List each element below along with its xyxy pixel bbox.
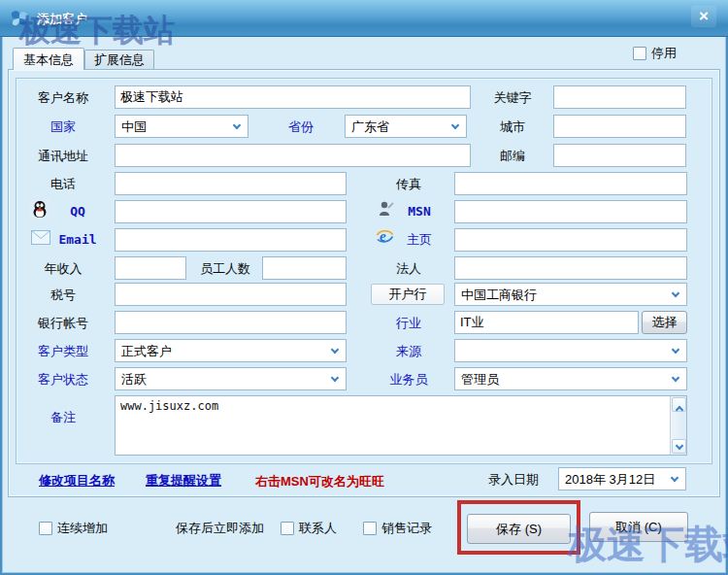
disable-label: 停用: [651, 44, 677, 63]
sales-record-checkbox[interactable]: [363, 522, 377, 535]
bank-account-input[interactable]: [115, 311, 347, 334]
keyword-input[interactable]: [553, 85, 686, 109]
disable-checkbox[interactable]: [633, 47, 646, 60]
customer-status-value: 活跃: [121, 371, 147, 389]
customer-name-input[interactable]: [115, 85, 471, 109]
titlebar[interactable]: 添加客户 ×: [0, 0, 728, 37]
notes-scrollbar[interactable]: [670, 396, 686, 455]
msn-label[interactable]: MSN: [390, 202, 448, 221]
chevron-down-icon: [451, 121, 459, 129]
notes-value: www.jisuxz.com: [120, 399, 218, 413]
customer-type-value: 正式客户: [121, 343, 172, 360]
province-value: 广东省: [351, 118, 389, 136]
save-button[interactable]: 保存 (S): [467, 514, 571, 544]
address-label: 通讯地址: [17, 147, 109, 166]
notes-textarea[interactable]: www.jisuxz.com: [115, 395, 687, 456]
bank-account-label: 银行帐号: [17, 314, 109, 333]
legal-person-label: 法人: [369, 259, 448, 279]
chevron-down-icon: [331, 374, 339, 382]
contact-checkbox[interactable]: [281, 522, 294, 535]
city-label: 城市: [478, 118, 547, 137]
cancel-button[interactable]: 取消 (C): [589, 512, 688, 542]
contact-label: 联系人: [299, 519, 337, 538]
industry-label[interactable]: 行业: [369, 314, 448, 333]
homepage-label[interactable]: 主页: [390, 230, 448, 250]
bank-select[interactable]: 中国工商银行: [454, 283, 687, 306]
chevron-down-icon: [672, 374, 679, 382]
tax-no-label: 税号: [17, 286, 109, 305]
entry-date-label: 录入日期: [479, 470, 548, 490]
after-save-label: 保存后立即添加: [176, 519, 264, 538]
homepage-input[interactable]: [454, 228, 687, 252]
chevron-down-icon: [671, 474, 678, 482]
scroll-down-button[interactable]: [672, 439, 686, 454]
industry-input[interactable]: [454, 311, 639, 334]
qq-input[interactable]: [115, 200, 347, 223]
customer-status-select[interactable]: 活跃: [115, 367, 347, 390]
salesperson-label[interactable]: 业务员: [369, 370, 448, 389]
window-title: 添加客户: [37, 11, 87, 28]
add-customer-dialog: 添加客户 × 基本信息 扩展信息 停用 客户名称 关键字 国家 中国 省份 广东…: [0, 0, 728, 575]
tab-basic-info[interactable]: 基本信息: [13, 48, 84, 70]
country-value: 中国: [121, 118, 147, 136]
customer-type-select[interactable]: 正式客户: [115, 339, 347, 362]
zipcode-input[interactable]: [553, 144, 686, 167]
legal-person-input[interactable]: [454, 256, 687, 280]
email-input[interactable]: [115, 228, 347, 252]
customer-status-label[interactable]: 客户状态: [17, 370, 109, 389]
msn-input[interactable]: [454, 200, 687, 223]
qq-label[interactable]: QQ: [47, 202, 109, 221]
annual-income-label: 年收入: [17, 259, 109, 279]
entry-date-value: 2018年 3月12日: [565, 471, 655, 489]
address-input[interactable]: [115, 144, 471, 167]
city-input[interactable]: [553, 115, 686, 138]
source-label[interactable]: 来源: [369, 342, 448, 361]
phone-input[interactable]: [115, 172, 347, 195]
continuous-add-label: 连续增加: [57, 519, 108, 538]
chevron-down-icon: [672, 346, 679, 354]
country-select[interactable]: 中国: [115, 115, 248, 138]
keyword-label: 关键字: [478, 88, 547, 108]
close-button[interactable]: ×: [691, 6, 716, 27]
entry-date-select[interactable]: 2018年 3月12日: [558, 467, 686, 490]
scroll-up-button[interactable]: [672, 397, 686, 412]
notes-label[interactable]: 备注: [17, 408, 109, 427]
province-select[interactable]: 广东省: [345, 115, 467, 138]
employees-label: 员工人数: [188, 259, 262, 279]
province-label[interactable]: 省份: [264, 118, 338, 137]
chevron-down-icon: [233, 121, 241, 129]
employees-input[interactable]: [262, 256, 347, 280]
customer-type-label[interactable]: 客户类型: [17, 342, 109, 361]
industry-select-button[interactable]: 选择: [642, 311, 687, 334]
msn-rename-hint: 右击MSN可改名为旺旺: [255, 473, 384, 490]
salesperson-select[interactable]: 管理员: [454, 367, 687, 390]
tax-no-input[interactable]: [115, 283, 347, 306]
continuous-add-checkbox[interactable]: [39, 522, 52, 535]
email-label[interactable]: Email: [47, 230, 109, 250]
duplicate-alert-link[interactable]: 重复提醒设置: [146, 472, 221, 490]
app-icon: [8, 7, 31, 34]
country-label[interactable]: 国家: [17, 118, 109, 137]
bank-label-button[interactable]: 开户行: [371, 284, 445, 305]
sales-record-label: 销售记录: [381, 519, 432, 538]
annual-income-input[interactable]: [115, 256, 186, 280]
chevron-down-icon: [331, 346, 339, 354]
fax-input[interactable]: [454, 172, 687, 195]
zipcode-label: 邮编: [478, 147, 547, 166]
source-select[interactable]: [454, 339, 687, 362]
bank-value: 中国工商银行: [461, 287, 537, 304]
rename-items-link[interactable]: 修改项目名称: [39, 472, 115, 490]
customer-name-label: 客户名称: [17, 88, 109, 108]
chevron-down-icon: [672, 289, 679, 297]
tab-extended-info[interactable]: 扩展信息: [84, 50, 154, 70]
fax-label: 传真: [369, 175, 448, 194]
phone-label: 电话: [17, 175, 109, 194]
salesperson-value: 管理员: [461, 371, 499, 389]
